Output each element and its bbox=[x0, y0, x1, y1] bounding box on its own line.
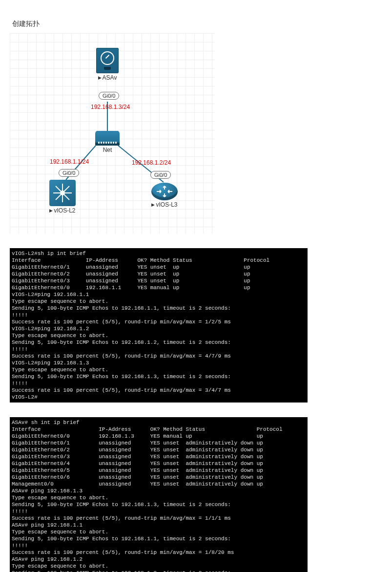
svg-line-11 bbox=[62, 193, 69, 200]
svg-line-10 bbox=[56, 193, 62, 200]
page-title: 创建拓扑 bbox=[12, 20, 392, 28]
node-net[interactable]: Net bbox=[95, 131, 120, 153]
svg-line-8 bbox=[56, 186, 62, 193]
firewall-icon bbox=[96, 48, 119, 73]
terminal-asa[interactable]: ASAv# sh int ip brief Interface IP-Addre… bbox=[10, 417, 308, 572]
svg-line-9 bbox=[62, 186, 69, 193]
node-vios-l2-label: vIOS-L2 bbox=[48, 207, 77, 214]
switch-icon bbox=[49, 180, 76, 206]
port-vios-l3[interactable]: Gi0/0 bbox=[150, 171, 171, 179]
node-asa[interactable]: ASAv bbox=[95, 48, 120, 81]
ip-vios-l3: 192.168.1.2/24 bbox=[132, 159, 171, 166]
node-vios-l3-label: vIOS-L3 bbox=[150, 201, 179, 208]
port-asa[interactable]: Gi0/0 bbox=[99, 92, 119, 100]
node-net-label: Net bbox=[95, 147, 120, 153]
port-vios-l2[interactable]: Gi0/0 bbox=[59, 169, 79, 177]
node-vios-l3[interactable]: vIOS-L3 bbox=[150, 183, 179, 208]
ip-vios-l2: 192.168.1.1/24 bbox=[50, 158, 89, 165]
node-vios-l2[interactable]: vIOS-L2 bbox=[48, 180, 77, 214]
terminal-asa-output: ASAv# sh int ip brief Interface IP-Addre… bbox=[12, 420, 283, 572]
terminal-vios-l2-output: vIOS-L2#sh ip int brief Interface IP-Add… bbox=[12, 251, 269, 400]
router-icon bbox=[151, 183, 178, 200]
hub-icon bbox=[95, 131, 120, 146]
node-asa-label: ASAv bbox=[95, 74, 120, 81]
terminal-vios-l2[interactable]: vIOS-L2#sh ip int brief Interface IP-Add… bbox=[10, 248, 308, 403]
ip-asa: 192.168.1.3/24 bbox=[91, 104, 130, 110]
topology-canvas[interactable]: ASAv Gi0/0 192.168.1.3/24 Net 192.168.1.… bbox=[10, 33, 215, 233]
